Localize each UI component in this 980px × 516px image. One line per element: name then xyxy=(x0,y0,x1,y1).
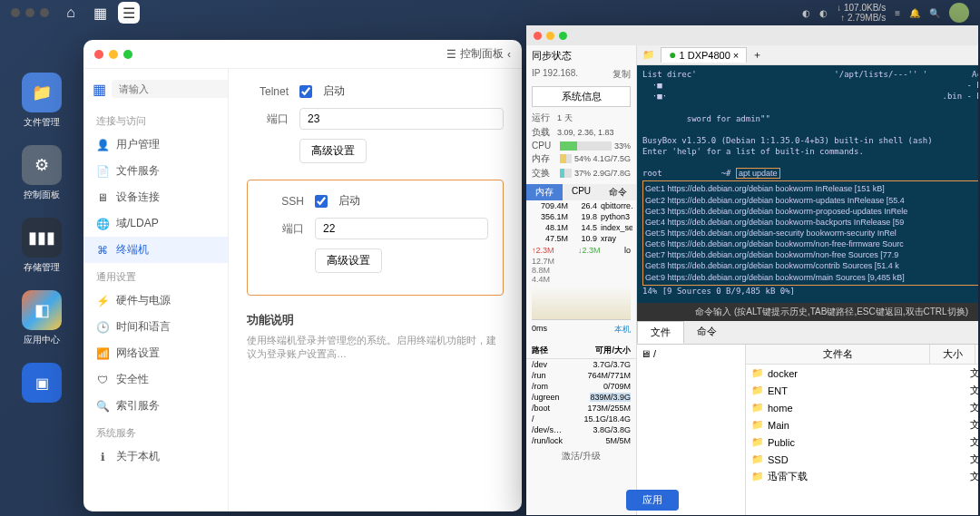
files-tab[interactable]: 文件 xyxy=(637,321,684,344)
session-tab[interactable]: ● 1 DXP4800 × xyxy=(661,47,747,63)
net-up: ↑2.3M xyxy=(532,246,554,255)
file-row[interactable]: 📁ENT文件夹 xyxy=(746,382,978,399)
dock-item[interactable]: ⚙ 控制面板 xyxy=(7,145,76,201)
apply-button[interactable]: 应用 xyxy=(626,490,679,511)
fs-titlebar xyxy=(526,25,978,45)
ssh-advanced-button[interactable]: 高级设置 xyxy=(315,248,382,273)
activate-button[interactable]: 激活/升级 xyxy=(526,446,636,466)
desc-text: 使用终端机登录并管理您的系统。启用终端机功能时，建议为登录账户设置高… xyxy=(247,334,504,361)
fs-monitor-panel: 同步状态 IP 192.168.复制 系统信息 运行1 天 负载3.09, 2.… xyxy=(526,45,637,515)
col-type[interactable]: 类型 xyxy=(975,345,978,364)
sidebar-item[interactable]: ℹ 关于本机 xyxy=(83,443,228,470)
control-panel-window: ☰控制面板‹ ▦ 连接与访问 👤 用户管理 📄 文件服务 🖥 设备连接 🌐 域/… xyxy=(83,40,522,511)
ping-host[interactable]: 本机 xyxy=(614,324,631,336)
file-row[interactable]: 📁Public文件夹 xyxy=(746,433,978,451)
disk-row[interactable]: /dev/s…3.8G/3.8G xyxy=(526,424,636,435)
sidebar-item[interactable]: 🖥 设备连接 xyxy=(83,184,228,210)
sidebar-item[interactable]: 🕒 时间和语言 xyxy=(83,314,228,340)
settings-icon[interactable]: ☰ xyxy=(118,2,140,24)
sidebar-item[interactable]: 📶 网络设置 xyxy=(83,340,228,366)
menu-icon[interactable]: ≡ xyxy=(895,8,900,18)
telnet-label: Telnet xyxy=(247,85,289,98)
cp-content: Telnet 启动 端口 高级设置 SSH 启动 端口 xyxy=(229,69,522,511)
commands-tab[interactable]: 命令 xyxy=(684,321,730,344)
folder-icon: 📁 xyxy=(751,402,764,414)
avatar[interactable] xyxy=(949,3,969,23)
nav-group: 通用设置 xyxy=(83,263,228,287)
grid-icon[interactable]: ▦ xyxy=(93,81,106,98)
enable-label: 启动 xyxy=(323,83,345,99)
nav-icon: 🕒 xyxy=(96,321,109,334)
disk-row[interactable]: /ugreen839M/3.9G xyxy=(526,392,636,403)
chevron-left-icon[interactable]: ‹ xyxy=(507,48,511,61)
command-hint[interactable]: 命令输入 (按ALT键提示历史,TAB键路径,ESC键返回,双击CTRL切换) xyxy=(637,303,978,321)
sidebar-item[interactable]: ⌘ 终端机 xyxy=(83,237,228,263)
enable-label: 启动 xyxy=(338,193,360,209)
copy-button[interactable]: 复制 xyxy=(612,68,631,81)
sidebar-item[interactable]: ⚡ 硬件与电源 xyxy=(83,287,228,314)
disk-row[interactable]: /boot173M/255M xyxy=(526,403,636,414)
proc-tab[interactable]: 内存 xyxy=(526,184,563,200)
dock-label: 控制面板 xyxy=(24,189,60,201)
add-tab-button[interactable]: ＋ xyxy=(752,48,762,62)
dock-icon: ▮▮▮ xyxy=(22,218,62,258)
nav-label: 终端机 xyxy=(116,242,149,258)
nav-label: 域/LDAP xyxy=(116,216,159,231)
proc-tab[interactable]: 命令 xyxy=(600,184,636,200)
apps-icon[interactable]: ▦ xyxy=(89,2,111,24)
telnet-advanced-button[interactable]: 高级设置 xyxy=(299,139,367,163)
telnet-enable-checkbox[interactable] xyxy=(299,85,312,98)
bell-icon[interactable]: 🔔 xyxy=(909,8,920,18)
proc-row[interactable]: 709.4M26.4qbittorre… xyxy=(526,200,636,211)
window-controls[interactable] xyxy=(94,50,132,59)
nav-label: 时间和语言 xyxy=(116,319,171,335)
port-label: 端口 xyxy=(262,221,304,237)
sidebar-item[interactable]: 📄 文件服务 xyxy=(83,158,228,184)
nav-label: 文件服务 xyxy=(116,163,160,179)
terminal[interactable]: List direc' '/apt/lists/---'' ' Acquire … xyxy=(637,65,978,303)
file-row[interactable]: 📁SSD文件夹 xyxy=(746,451,978,468)
folder-icon[interactable]: 📁 xyxy=(642,49,655,61)
sidebar-item[interactable]: 👤 用户管理 xyxy=(83,131,228,158)
dock-item[interactable]: 📁 文件管理 xyxy=(7,73,76,129)
search-input[interactable] xyxy=(112,80,229,98)
nav-icon: 🖥 xyxy=(96,191,109,204)
window-controls[interactable] xyxy=(11,8,49,17)
proc-tab[interactable]: CPU xyxy=(563,184,599,200)
window-controls[interactable] xyxy=(534,32,567,40)
nav-label: 网络设置 xyxy=(116,346,160,361)
dock-item[interactable]: ▮▮▮ 存储管理 xyxy=(7,218,76,274)
search-icon[interactable]: 🔍 xyxy=(929,8,940,18)
dock-item[interactable]: ◧ 应用中心 xyxy=(7,290,76,346)
disk-row[interactable]: /run764M/771M xyxy=(526,370,636,381)
proc-row[interactable]: 47.5M10.9xray xyxy=(526,233,636,244)
col-name[interactable]: 文件名 xyxy=(746,345,930,364)
watermark: 值什么值得买 xyxy=(898,493,971,509)
sidebar-item[interactable]: 🔍 索引服务 xyxy=(83,393,228,419)
disk-row[interactable]: /rom0/709M xyxy=(526,381,636,392)
disk-row[interactable]: /dev3.7G/3.7G xyxy=(526,359,636,370)
file-row[interactable]: 📁docker文件夹 xyxy=(746,365,978,382)
nav-icon: 🛡 xyxy=(96,374,109,386)
session-tabs: 📁 ● 1 DXP4800 × ＋ xyxy=(637,45,978,65)
ssh-port-input[interactable] xyxy=(315,218,488,239)
ssh-enable-checkbox[interactable] xyxy=(315,195,328,208)
sidebar-item[interactable]: 🌐 域/LDAP xyxy=(83,210,228,237)
dock-icon: ◧ xyxy=(22,290,62,330)
home-icon[interactable]: ⌂ xyxy=(60,2,82,24)
col-size[interactable]: 大小 xyxy=(930,345,975,364)
file-row[interactable]: 📁迅雷下载文件夹 xyxy=(746,468,978,485)
cpu-meter-icon: ◐ xyxy=(802,8,810,18)
nav-label: 关于本机 xyxy=(116,449,160,464)
net-down: ↓2.3M xyxy=(578,246,601,255)
disk-row[interactable]: /15.1G/18.4G xyxy=(526,414,636,424)
sidebar-item[interactable]: 🛡 安全性 xyxy=(83,366,228,393)
disk-row[interactable]: /run/lock5M/5M xyxy=(526,435,636,446)
proc-row[interactable]: 356.1M19.8python3 xyxy=(526,211,636,222)
dock-icon: ⚙ xyxy=(22,145,62,185)
file-row[interactable]: 📁Main文件夹 xyxy=(746,416,978,433)
proc-row[interactable]: 48.1M14.5index_ser… xyxy=(526,222,636,233)
sysinfo-button[interactable]: 系统信息 xyxy=(532,86,631,107)
file-row[interactable]: 📁home文件夹 xyxy=(746,399,978,416)
telnet-port-input[interactable] xyxy=(299,108,504,130)
